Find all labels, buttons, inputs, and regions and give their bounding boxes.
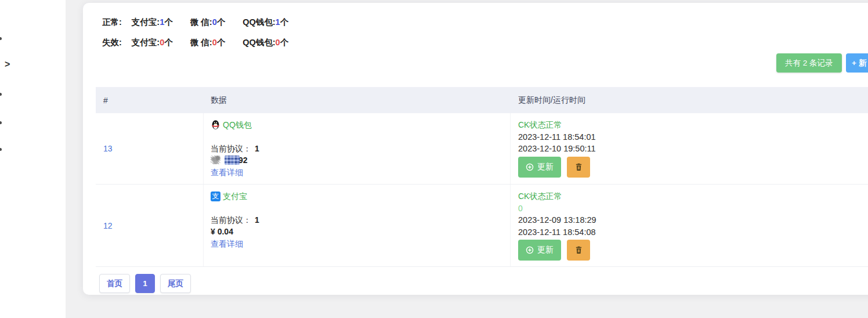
stat-item-count: 0 xyxy=(212,38,217,47)
ck-status: CK状态正常 xyxy=(518,119,868,131)
alipay-icon: 支 xyxy=(211,191,220,201)
run-time: 2023-12-11 18:54:08 xyxy=(518,226,868,238)
refresh-circle-icon xyxy=(526,163,534,171)
col-header-data: 数据 xyxy=(204,87,511,113)
stat-label-normal: 正常: xyxy=(102,17,122,28)
stats-normal-line: 正常: 支付宝:1个 微 信:0个 QQ钱包:1个 xyxy=(102,17,306,27)
update-button-label: 更新 xyxy=(537,162,554,172)
ck-status: CK状态正常 xyxy=(518,190,868,203)
protocol-label: 当前协议： xyxy=(211,215,251,225)
trash-icon xyxy=(575,246,583,254)
stat-item-wechat: 微 信:0个 xyxy=(190,17,225,28)
wallet-name: 支付宝 xyxy=(223,190,247,203)
update-button-label: 更新 xyxy=(537,245,554,255)
table-header: # 数据 更新时间/运行时间 xyxy=(96,87,868,113)
stat-item-suffix: 个 xyxy=(164,17,173,27)
pagination-first[interactable]: 首页 xyxy=(99,274,130,293)
amount-visible-digits: 92 xyxy=(238,156,248,165)
trash-icon xyxy=(575,163,583,171)
pagination: 首页 1 尾页 xyxy=(99,274,868,293)
main-card: 正常: 支付宝:1个 微 信:0个 QQ钱包:1个 失效: 支付宝:0个 微 信… xyxy=(83,3,868,295)
protocol-value: 1 xyxy=(255,215,259,225)
table-row: 13 QQ钱包 xyxy=(96,113,868,185)
stat-label-invalid: 失效: xyxy=(102,37,122,48)
view-detail-link[interactable]: 查看详细 xyxy=(211,238,243,250)
stat-item-name: QQ钱包: xyxy=(243,17,275,27)
update-time: 2023-12-09 13:18:29 xyxy=(518,214,868,226)
update-time: 2023-12-11 18:54:01 xyxy=(518,131,868,143)
stats-invalid-line: 失效: 支付宝:0个 微 信:0个 QQ钱包:0个 xyxy=(102,38,306,48)
amount-value: ¥ 0.04 xyxy=(211,227,233,236)
stat-item-suffix: 个 xyxy=(280,17,289,27)
stat-item-count: 1 xyxy=(276,17,280,27)
col-header-time: 更新时间/运行时间 xyxy=(511,87,868,113)
stat-item-name: 微 信: xyxy=(190,17,212,27)
stat-item-suffix: 个 xyxy=(280,38,289,47)
chevron-right-icon[interactable]: > xyxy=(5,60,10,69)
stat-item-name: 支付宝: xyxy=(132,17,160,27)
stat-item-qq: QQ钱包:1个 xyxy=(243,17,288,28)
row-id-link[interactable]: 12 xyxy=(103,221,113,230)
row-actions: 更新 xyxy=(518,240,868,261)
censor-scribble xyxy=(211,156,220,164)
stat-item-count: 0 xyxy=(276,38,280,47)
qq-wallet-icon xyxy=(211,120,220,130)
pagination-page-1[interactable]: 1 xyxy=(135,274,155,293)
protocol-line: 当前协议：1 xyxy=(211,214,510,226)
stat-item-name: QQ钱包: xyxy=(243,38,275,47)
wallet-name: QQ钱包 xyxy=(223,119,252,131)
censor-mosaic xyxy=(225,156,240,165)
stat-item-name: 微 信: xyxy=(190,38,212,47)
run-time: 2023-12-10 19:50:11 xyxy=(518,143,868,155)
pagination-last[interactable]: 尾页 xyxy=(160,274,191,293)
protocol-label: 当前协议： xyxy=(211,144,251,153)
protocol-value: 1 xyxy=(255,144,259,153)
stats-panel: 正常: 支付宝:1个 微 信:0个 QQ钱包:1个 失效: 支付宝:0个 微 信… xyxy=(102,17,306,58)
plus-icon: + xyxy=(852,59,856,67)
stat-item-suffix: 个 xyxy=(164,38,173,47)
col-header-index: # xyxy=(96,87,204,113)
sidebar-bullet-icon xyxy=(0,121,2,124)
stat-item-count: 0 xyxy=(212,17,217,27)
stat-item-suffix: 个 xyxy=(217,38,226,47)
wallet-title: QQ钱包 xyxy=(211,119,510,131)
alipay-icon-glyph: 支 xyxy=(212,193,219,200)
censored-amount: 92 xyxy=(211,154,510,167)
row-actions: 更新 xyxy=(518,157,868,178)
update-button[interactable]: 更新 xyxy=(518,157,561,178)
protocol-line: 当前协议：1 xyxy=(211,143,510,155)
sidebar-bullet-icon xyxy=(0,148,2,151)
view-detail-link[interactable]: 查看详细 xyxy=(211,167,243,179)
ck-status-extra: 0 xyxy=(518,203,868,215)
stat-item-name: 支付宝: xyxy=(132,38,160,47)
sidebar-bullet-icon xyxy=(0,37,2,40)
stat-item-alipay: 支付宝:0个 xyxy=(132,37,173,48)
wallet-title: 支 支付宝 xyxy=(211,190,510,203)
update-button[interactable]: 更新 xyxy=(518,240,561,261)
stat-item-suffix: 个 xyxy=(217,17,226,27)
row-id-link[interactable]: 13 xyxy=(103,144,113,153)
stat-item-qq: QQ钱包:0个 xyxy=(243,37,288,48)
delete-button[interactable] xyxy=(567,157,590,178)
table-row: 12 支 支付宝 当前协议：1 ¥ 0.04 查看详细 CK状态正常 0 xyxy=(96,185,868,267)
sidebar: > xyxy=(0,0,66,318)
stat-item-wechat: 微 信:0个 xyxy=(190,37,225,48)
add-button[interactable]: + 新 xyxy=(846,53,868,73)
add-button-label: 新 xyxy=(859,58,867,68)
records-table: # 数据 更新时间/运行时间 13 xyxy=(96,87,868,293)
stat-item-alipay: 支付宝:1个 xyxy=(132,17,173,28)
record-count-button[interactable]: 共有 2 条记录 xyxy=(776,53,842,73)
sidebar-bullet-icon xyxy=(0,93,2,96)
amount-line: ¥ 0.04 xyxy=(211,226,510,238)
refresh-circle-icon xyxy=(526,246,534,254)
delete-button[interactable] xyxy=(567,240,590,261)
